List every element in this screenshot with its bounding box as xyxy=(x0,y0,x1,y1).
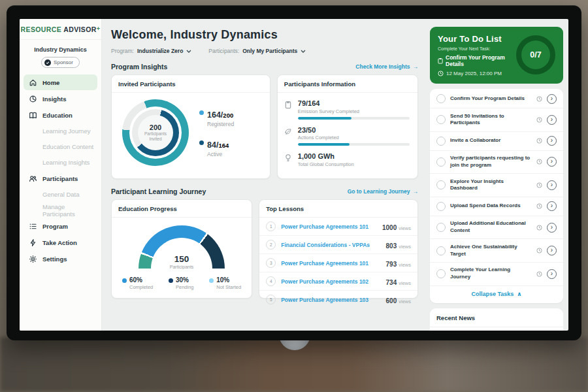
task-checkbox[interactable] xyxy=(436,137,446,146)
clock-icon xyxy=(536,117,542,123)
lesson-row[interactable]: 5 Power Purchase Agreements 103 600views xyxy=(259,291,417,308)
task-checkbox[interactable] xyxy=(436,223,446,232)
stat-progress-bar xyxy=(298,143,410,146)
sidebar-item-education[interactable]: Education xyxy=(24,107,97,123)
sidebar-item-insights[interactable]: Insights xyxy=(24,91,97,106)
legend-value: 60% xyxy=(129,276,153,284)
legend-value: 84/ xyxy=(207,140,218,150)
gauge-card-title: Education Progress xyxy=(112,200,252,218)
task-open-button[interactable]: › xyxy=(547,201,557,211)
chevron-up-icon: ∧ xyxy=(517,291,521,297)
task-checkbox[interactable] xyxy=(436,157,446,167)
lesson-row[interactable]: 4 Power Purchase Agreements 102 734views xyxy=(259,272,417,291)
sidebar-item-participants[interactable]: Participants xyxy=(24,171,97,186)
lesson-link[interactable]: Power Purchase Agreements 103 xyxy=(281,297,380,303)
participants-information-card: Participants Information 79/164 Emission… xyxy=(277,74,418,179)
lesson-link[interactable]: Power Purchase Agreements 101 xyxy=(281,223,377,230)
task-label: Upload Additional Educational Content xyxy=(450,220,532,235)
lesson-link[interactable]: Power Purchase Agreements 101 xyxy=(281,260,380,267)
task-open-button[interactable]: › xyxy=(547,269,557,279)
task-row[interactable]: Invite a Collaborator › xyxy=(430,132,563,151)
lesson-views: 803 xyxy=(386,242,397,250)
todo-next-task: Confirm Your Program Details xyxy=(446,54,516,67)
sidebar-item-settings[interactable]: Settings xyxy=(24,251,97,267)
main-content: Welcome, Industry Dynamics Program: Indu… xyxy=(102,19,426,331)
stat-value: 79/164 xyxy=(298,99,410,108)
task-open-button[interactable]: › xyxy=(547,136,557,146)
participants-label: Participants: xyxy=(208,48,239,54)
sidebar-item-label: Manage Participants xyxy=(42,203,97,218)
lesson-row[interactable]: 3 Power Purchase Agreements 101 793views xyxy=(259,254,417,272)
lesson-link[interactable]: Financial Considerations - VPPAs xyxy=(281,242,380,248)
donut-legend-item: 164/200 Registered xyxy=(199,108,234,127)
task-checkbox[interactable] xyxy=(436,180,446,189)
task-checkbox[interactable] xyxy=(436,94,446,103)
task-checkbox[interactable] xyxy=(436,115,446,124)
sidebar-item-general-data[interactable]: General Data xyxy=(24,187,97,202)
gauge-center-value: 150 xyxy=(139,255,225,264)
legend-dot xyxy=(209,278,214,283)
chevron-down-icon xyxy=(186,50,191,53)
sidebar-item-home[interactable]: Home xyxy=(24,74,97,90)
sponsor-badge: Sponsor xyxy=(41,57,80,68)
collapse-tasks-link[interactable]: Collapse Tasks ∧ xyxy=(430,286,563,302)
donut-center-value: 200 xyxy=(150,123,161,131)
legend-label: Registered xyxy=(207,121,234,127)
sidebar-item-learning-insights[interactable]: Learning Insights xyxy=(24,155,97,170)
task-open-button[interactable]: › xyxy=(547,180,557,190)
task-row[interactable]: Complete Your Learning Journey › xyxy=(430,263,563,286)
task-label: Invite a Collaborator xyxy=(450,137,532,144)
sidebar-item-label: Take Action xyxy=(42,239,77,246)
check-more-insights-link[interactable]: Check More Insights → xyxy=(355,63,418,70)
donut-legend: 164/200 Registered 84/164 Active xyxy=(199,108,234,157)
participants-dropdown[interactable]: Participants: Only My Participants xyxy=(208,48,306,54)
todo-subtitle: Complete Your Next Task: xyxy=(438,46,516,51)
task-row[interactable]: Upload Additional Educational Content › xyxy=(430,216,563,240)
task-checkbox[interactable] xyxy=(436,269,446,278)
task-label: Explore Your Insights Dashboard xyxy=(450,178,532,193)
lesson-row[interactable]: 1 Power Purchase Agreements 101 1000view… xyxy=(259,218,417,236)
task-row[interactable]: Explore Your Insights Dashboard › xyxy=(430,174,563,197)
program-dropdown[interactable]: Program: Industrialize Zero xyxy=(111,48,191,54)
task-label: Confirm Your Program Details xyxy=(450,95,532,103)
task-row[interactable]: Confirm Your Program Details › xyxy=(430,90,563,108)
sidebar-item-program[interactable]: Program xyxy=(24,218,97,234)
task-open-button[interactable]: › xyxy=(547,115,557,125)
lesson-link[interactable]: Power Purchase Agreements 102 xyxy=(281,278,380,285)
sidebar-item-education-content[interactable]: Education Content xyxy=(24,139,97,154)
task-checkbox[interactable] xyxy=(436,202,446,211)
program-label: Program: xyxy=(111,48,134,54)
task-label: Upload Spend Data Records xyxy=(450,203,532,210)
sidebar-item-label: Participants xyxy=(42,175,78,182)
task-open-button[interactable]: › xyxy=(547,246,557,255)
gauge-legend-item: 60% Completed xyxy=(122,276,153,290)
task-row[interactable]: Verify participants requesting to join t… xyxy=(430,151,563,174)
gauge-legend-item: 30% Pending xyxy=(169,276,194,290)
task-row[interactable]: Send 50 Invitations to Participants › xyxy=(430,108,563,132)
go-to-learning-journey-link[interactable]: Go to Learning Journey → xyxy=(348,188,418,195)
lesson-row[interactable]: 2 Financial Considerations - VPPAs 803vi… xyxy=(259,236,417,254)
stat-label: Emission Survey Completed xyxy=(298,108,410,114)
sidebar-item-manage-participants[interactable]: Manage Participants xyxy=(24,203,97,218)
task-row[interactable]: Achieve One Sustainability Target › xyxy=(430,239,563,263)
learning-journey-header: Participant Learning Journey Go to Learn… xyxy=(111,188,418,195)
task-checkbox[interactable] xyxy=(436,246,446,255)
clock-icon xyxy=(438,71,444,76)
sidebar-item-learning-journey[interactable]: Learning Journey xyxy=(24,123,97,139)
task-open-button[interactable]: › xyxy=(547,94,557,104)
logo-plus: + xyxy=(97,25,101,32)
stat-label: Actions Completed xyxy=(298,135,410,140)
sidebar-item-label: Learning Insights xyxy=(42,159,90,166)
task-row[interactable]: Upload Spend Data Records › xyxy=(430,197,563,216)
chevron-down-icon xyxy=(301,50,306,53)
stat-progress-bar xyxy=(298,117,410,120)
sidebar-item-take-action[interactable]: Take Action xyxy=(24,235,97,250)
page-title: Welcome, Industry Dynamics xyxy=(111,28,418,42)
education-progress-card: Education Progress 150 Participants 60% … xyxy=(111,199,252,299)
task-open-button[interactable]: › xyxy=(547,223,557,233)
insights-icon xyxy=(29,95,37,103)
stat-row: 79/164 Emission Survey Completed xyxy=(284,99,410,120)
education-gauge-chart: 150 Participants xyxy=(139,225,225,269)
recent-news-card: Recent News xyxy=(430,308,563,331)
task-open-button[interactable]: › xyxy=(547,157,557,167)
